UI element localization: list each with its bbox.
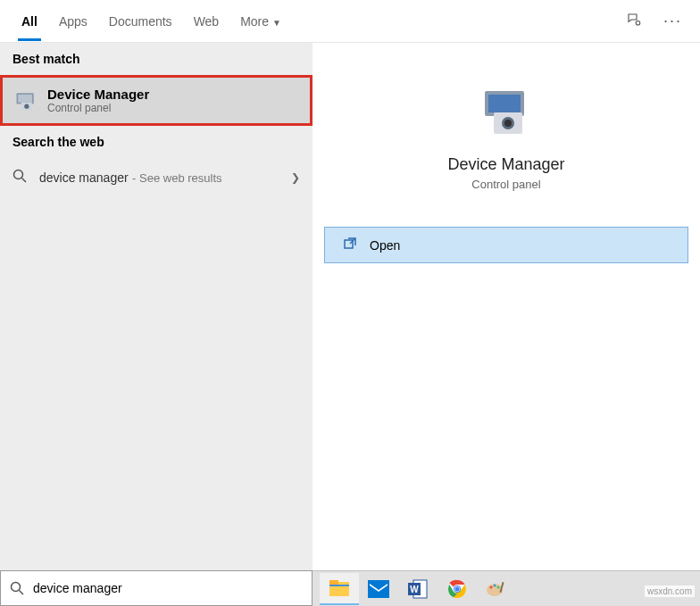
search-icon	[12, 169, 30, 187]
preview-subtitle: Control panel	[323, 178, 689, 191]
taskbar-paint-icon[interactable]	[477, 573, 516, 605]
svg-rect-8	[488, 95, 521, 112]
tab-documents[interactable]: Documents	[98, 2, 183, 41]
web-suffix: - See web results	[132, 171, 221, 185]
web-search-result[interactable]: device manager - See web results ❯	[0, 158, 312, 197]
tab-more-label: More	[240, 14, 269, 29]
taskbar: W	[312, 570, 700, 606]
result-title: Device Manager	[47, 87, 299, 102]
svg-line-6	[22, 178, 27, 183]
taskbar-word-icon[interactable]: W	[398, 573, 438, 605]
preview-title: Device Manager	[323, 155, 689, 174]
device-manager-icon	[13, 88, 38, 113]
taskbar-explorer-icon[interactable]	[320, 573, 359, 605]
svg-point-29	[497, 585, 500, 588]
svg-point-5	[14, 170, 23, 179]
feedback-icon[interactable]	[619, 4, 649, 38]
tab-more[interactable]: More▼	[229, 2, 292, 41]
svg-point-28	[494, 584, 496, 586]
results-panel: Best match Device Manager Control panel …	[0, 43, 312, 571]
search-bar[interactable]	[0, 570, 312, 606]
search-web-header: Search the web	[0, 126, 312, 158]
preview-icon	[478, 87, 535, 137]
svg-rect-18	[368, 580, 389, 598]
preview-panel: Device Manager Control panel Open	[312, 43, 700, 571]
svg-point-11	[504, 120, 512, 127]
search-icon	[10, 581, 24, 595]
svg-line-14	[20, 591, 24, 595]
open-icon	[343, 237, 357, 253]
result-subtitle: Control panel	[47, 102, 299, 114]
svg-rect-16	[329, 580, 338, 585]
svg-rect-2	[18, 95, 32, 103]
search-input[interactable]	[33, 581, 303, 595]
best-match-header: Best match	[0, 43, 312, 75]
result-device-manager[interactable]: Device Manager Control panel	[0, 75, 312, 126]
svg-point-4	[24, 104, 29, 108]
more-options-icon[interactable]: ···	[656, 4, 689, 37]
svg-point-27	[490, 585, 493, 588]
svg-point-25	[455, 586, 460, 591]
caret-down-icon: ▼	[272, 18, 281, 28]
open-button[interactable]: Open	[324, 227, 688, 263]
web-query: device manager	[39, 170, 129, 185]
taskbar-chrome-icon[interactable]	[438, 573, 477, 605]
watermark: wsxdn.com	[645, 585, 695, 597]
svg-point-13	[12, 583, 21, 592]
filter-tabs: All Apps Documents Web More▼ ···	[0, 0, 700, 43]
svg-text:W: W	[410, 585, 419, 594]
chevron-right-icon: ❯	[291, 171, 300, 184]
open-label: Open	[370, 238, 400, 253]
svg-point-0	[636, 21, 640, 25]
tab-all[interactable]: All	[11, 2, 48, 41]
tab-apps[interactable]: Apps	[48, 2, 98, 41]
svg-rect-17	[329, 585, 349, 586]
tab-web[interactable]: Web	[183, 2, 230, 41]
taskbar-mail-icon[interactable]	[359, 573, 398, 605]
